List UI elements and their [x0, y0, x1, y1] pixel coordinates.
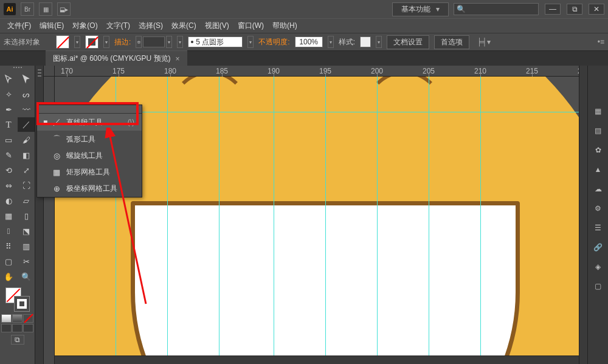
fill-swatch[interactable] [56, 35, 69, 49]
free-transform-tool[interactable]: ⛶ [18, 178, 35, 193]
line-segment-tool[interactable]: ／ [18, 117, 35, 132]
hand-tool[interactable]: ✋ [0, 269, 17, 284]
gradient-tool[interactable]: ▯ [18, 208, 35, 223]
draw-behind[interactable] [12, 324, 22, 332]
scale-tool[interactable]: ⤢ [18, 163, 35, 177]
square-panel-icon[interactable]: ▢ [592, 280, 605, 293]
lasso-tool[interactable]: ᔕ [18, 87, 35, 101]
arrange-docs-icon[interactable]: ▦ [39, 2, 52, 16]
maximize-button[interactable]: ⧉ [567, 4, 582, 15]
guide-vertical[interactable] [274, 77, 274, 364]
paintbrush-tool[interactable]: 🖌 [18, 132, 35, 147]
var-width-profile[interactable]: ▾ [177, 36, 183, 48]
stroke-weight-drop[interactable]: ▾ [166, 36, 172, 48]
swatches-panel-icon[interactable]: ▤ [592, 124, 605, 137]
color-mode-none[interactable] [23, 314, 33, 323]
style-dropdown[interactable]: ▾ [376, 36, 382, 48]
perspective-grid-tool[interactable]: ▱ [18, 193, 35, 208]
artboard-tool[interactable]: ▢ [0, 254, 17, 269]
guide-vertical[interactable] [325, 77, 326, 364]
controlbar-menu-icon[interactable]: •≡ [598, 38, 604, 46]
preferences-button[interactable]: 首选项 [434, 35, 469, 49]
slice-tool[interactable]: ✂ [18, 254, 35, 269]
align-icon[interactable]: ╞╡▾ [477, 38, 491, 46]
fill-stroke-picker[interactable] [5, 287, 30, 312]
ruler-origin[interactable] [44, 66, 55, 77]
eraser-tool[interactable]: ◧ [18, 148, 35, 162]
shapes-panel-icon[interactable]: ▲ [592, 163, 605, 176]
shape-builder-tool[interactable]: ◐ [0, 193, 17, 208]
horizontal-scrollbar[interactable] [55, 355, 579, 364]
flyout-drag-handle[interactable] [37, 105, 142, 114]
type-tool[interactable]: T [0, 117, 17, 132]
menu-帮助[interactable]: 帮助(H) [269, 19, 301, 32]
opacity-input[interactable]: 100% [295, 36, 323, 47]
color-mode-color[interactable] [1, 314, 12, 323]
width-tool[interactable]: ⇔ [0, 178, 17, 193]
magic-wand-tool[interactable]: ✧ [0, 87, 17, 101]
stroke-swatch[interactable] [85, 35, 98, 49]
blend-tool[interactable]: ⬔ [18, 224, 35, 238]
symbol-sprayer-tool[interactable]: ⠿ [0, 239, 17, 253]
gear-panel-icon[interactable]: ⚙ [592, 202, 605, 215]
flyout-item[interactable]: ⊕极坐标网格工具 [37, 180, 142, 197]
diamond-panel-icon[interactable]: ◈ [592, 260, 605, 273]
guide-vertical[interactable] [219, 77, 219, 364]
menu-窗口[interactable]: 窗口(W) [234, 19, 268, 32]
guide-vertical[interactable] [377, 77, 378, 364]
document-tab[interactable]: 图标.ai* @ 600% (CMYK/GPU 预览) × [46, 50, 187, 66]
stroke-dropdown[interactable]: ▾ [103, 36, 109, 48]
guide-vertical[interactable] [429, 77, 429, 364]
brush-def-dropdown[interactable]: ▾ [247, 36, 254, 48]
menu-选择[interactable]: 选择(S) [135, 19, 167, 32]
draw-inside[interactable] [23, 324, 33, 332]
menu-效果[interactable]: 效果(C) [168, 19, 200, 32]
brush-definition[interactable]: 5 点圆形 [188, 36, 243, 47]
minimize-button[interactable]: ― [545, 4, 561, 15]
brushes-panel-icon[interactable]: ✿ [592, 143, 605, 157]
cloud-panel-icon[interactable]: ☁ [592, 182, 605, 196]
vertical-scrollbar[interactable] [579, 66, 587, 364]
pen-tool[interactable]: ✒ [0, 102, 17, 117]
rectangle-tool[interactable]: ▭ [0, 132, 17, 147]
horizontal-ruler[interactable]: 170175180185190195200205210215220 [55, 66, 579, 77]
mesh-tool[interactable]: ▦ [0, 208, 17, 223]
close-button[interactable]: ✕ [589, 4, 604, 15]
direct-selection-tool[interactable] [18, 72, 35, 86]
layers-panel-icon[interactable]: ☰ [592, 221, 605, 235]
flyout-item[interactable]: ⌒弧形工具 [37, 131, 142, 148]
links-panel-icon[interactable]: 🔗 [592, 241, 605, 254]
close-tab-icon[interactable]: × [176, 55, 180, 63]
menu-对象[interactable]: 对象(O) [69, 19, 101, 32]
fill-dropdown[interactable]: ▾ [74, 36, 80, 48]
menu-视图[interactable]: 视图(V) [201, 19, 233, 32]
workspace-switcher[interactable]: 基本功能 ▾ [392, 2, 449, 16]
bridge-icon[interactable]: Br [21, 2, 34, 16]
graphic-style-swatch[interactable] [360, 36, 371, 47]
shaper-tool[interactable]: ✎ [0, 148, 17, 162]
guide-vertical[interactable] [167, 77, 168, 364]
opacity-dropdown[interactable]: ▾ [328, 36, 334, 48]
flyout-item[interactable]: ▦矩形网格工具 [37, 164, 142, 180]
selection-tool[interactable] [0, 72, 17, 86]
guide-vertical[interactable] [480, 77, 481, 364]
search-input[interactable]: 🔍 [454, 3, 539, 15]
curvature-tool[interactable]: 〰 [18, 102, 35, 117]
draw-normal[interactable] [1, 324, 12, 332]
flyout-item[interactable]: ◎螺旋线工具 [37, 148, 142, 164]
stroke-weight-stepper[interactable]: ≑ [136, 36, 142, 48]
menu-文字[interactable]: 文字(T) [103, 19, 134, 32]
grid-panel-icon[interactable]: ▦ [592, 105, 605, 118]
menu-编辑[interactable]: 编辑(E) [36, 19, 67, 32]
menu-文件[interactable]: 文件(F) [4, 19, 35, 32]
gpu-icon[interactable]: ⬓▸ [57, 2, 71, 16]
eyedropper-tool[interactable]: 𓊝 [0, 224, 17, 238]
stroke-weight-input[interactable] [143, 36, 165, 47]
zoom-tool[interactable]: 🔍 [18, 269, 35, 284]
document-setup-button[interactable]: 文档设置 [387, 35, 429, 49]
stroke-color[interactable] [14, 296, 30, 312]
screen-mode-button[interactable]: ⧉ [11, 335, 24, 345]
color-mode-gradient[interactable] [12, 314, 22, 323]
flyout-item[interactable]: ■／直线段工具(\) [37, 114, 142, 131]
column-graph-tool[interactable]: ▥ [18, 239, 35, 253]
